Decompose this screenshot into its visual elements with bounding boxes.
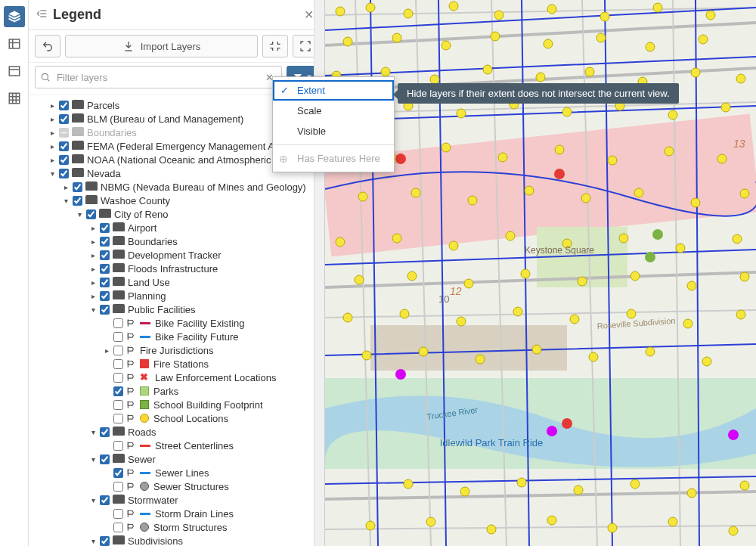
expander-closed-icon[interactable]: ▸ — [60, 183, 71, 191]
rail-grid-button[interactable] — [4, 88, 25, 109]
tree-node[interactable]: ▸Planning — [33, 289, 320, 302]
layer-checkbox[interactable] — [113, 414, 123, 423]
layer-checkbox[interactable] — [86, 209, 96, 219]
layer-checkbox[interactable] — [59, 114, 69, 124]
layer-checkbox[interactable] — [100, 264, 110, 274]
layer-checkbox[interactable] — [59, 141, 69, 151]
tree-node[interactable]: ▸Boundaries — [33, 234, 320, 248]
filter-input[interactable] — [55, 71, 258, 84]
tree-node[interactable]: Storm Structures — [33, 520, 320, 534]
expander-closed-icon[interactable]: ▸ — [88, 251, 98, 259]
undo-button[interactable] — [35, 35, 60, 57]
expander-closed-icon[interactable]: ▸ — [47, 129, 57, 137]
tree-node[interactable]: Fire Stations — [33, 357, 320, 371]
layer-checkbox[interactable] — [100, 454, 110, 464]
collapse-icon[interactable] — [36, 8, 48, 22]
tree-node[interactable]: Sewer Lines — [33, 466, 320, 479]
layer-checkbox[interactable] — [113, 400, 123, 410]
layer-checkbox[interactable] — [100, 536, 110, 546]
tree-node[interactable]: ▸Airport — [33, 221, 320, 234]
layer-checkbox[interactable] — [113, 386, 123, 396]
expander-open-icon[interactable]: ▾ — [47, 169, 57, 178]
tree-node[interactable]: ▾Subdivisions — [33, 534, 320, 546]
tree-node[interactable]: ▾Washoe County — [33, 194, 320, 207]
tree-node[interactable]: School Building Footprint — [33, 398, 320, 411]
expander-closed-icon[interactable]: ▸ — [88, 265, 98, 273]
layer-checkbox[interactable] — [100, 278, 110, 287]
tree-node[interactable]: ▾Sewer — [33, 452, 320, 466]
layer-checkbox[interactable] — [113, 318, 123, 328]
svg-point-72 — [608, 156, 617, 165]
tree-node[interactable]: ▾City of Reno — [33, 207, 320, 221]
layer-checkbox[interactable] — [100, 305, 110, 315]
layer-checkbox[interactable] — [100, 223, 110, 233]
tree-node[interactable]: ▸Land Use — [33, 275, 320, 289]
layer-checkbox[interactable] — [113, 482, 123, 492]
layer-checkbox[interactable] — [100, 237, 110, 247]
expander-open-icon[interactable]: ▾ — [74, 210, 85, 219]
expander-closed-icon[interactable]: ▸ — [88, 292, 98, 300]
expander-closed-icon[interactable]: ▸ — [47, 142, 57, 150]
layer-checkbox[interactable] — [59, 155, 69, 165]
expander-open-icon[interactable]: ▾ — [88, 455, 98, 464]
layer-checkbox[interactable] — [59, 101, 69, 110]
rail-window-button[interactable] — [4, 60, 25, 82]
tree-node[interactable]: Sewer Structures — [33, 479, 320, 493]
expander-open-icon[interactable]: ▾ — [88, 537, 98, 545]
tree-node[interactable]: Street Centerlines — [33, 439, 320, 452]
expander-closed-icon[interactable]: ▸ — [101, 346, 112, 355]
tree-node[interactable]: ▾Roads — [33, 425, 320, 439]
rail-layers-button[interactable] — [4, 6, 25, 27]
layer-checkbox[interactable] — [113, 468, 123, 478]
layer-checkbox[interactable] — [100, 250, 110, 260]
tree-node[interactable]: ▾Stormwater — [33, 493, 320, 507]
layer-checkbox[interactable] — [100, 427, 110, 437]
layer-checkbox[interactable] — [59, 128, 69, 138]
layer-checkbox[interactable] — [100, 495, 110, 505]
import-layers-button[interactable]: Import Layers — [65, 35, 258, 57]
folder-icon — [113, 535, 125, 546]
expander-closed-icon[interactable]: ▸ — [47, 101, 57, 110]
layer-checkbox[interactable] — [59, 169, 69, 178]
layer-checkbox[interactable] — [113, 359, 123, 369]
tree-node[interactable]: ▸Fire Jurisdictions — [33, 343, 320, 357]
layer-checkbox[interactable] — [73, 196, 82, 206]
expander-closed-icon[interactable]: ▸ — [47, 115, 57, 123]
layer-checkbox[interactable] — [113, 441, 123, 451]
layer-checkbox[interactable] — [113, 346, 123, 355]
expander-open-icon[interactable]: ▾ — [60, 197, 71, 205]
expander-open-icon[interactable]: ▾ — [88, 306, 98, 314]
svg-point-13 — [42, 73, 48, 79]
tree-node[interactable]: ▸Floods Infrastructure — [33, 262, 320, 275]
collapse-all-button[interactable] — [262, 35, 288, 57]
tree-node[interactable]: ✖Law Enforcement Locations — [33, 371, 320, 384]
tree-node[interactable]: ▸NBMG (Nevada Bureau of Mines and Geolog… — [33, 180, 320, 194]
filter-dropdown-menu: Extent Scale Visible Has Features Here — [272, 76, 395, 172]
tree-node[interactable]: Parks — [33, 384, 320, 398]
tree-node[interactable]: ▸Development Tracker — [33, 248, 320, 262]
svg-point-109 — [476, 355, 485, 364]
expander-open-icon[interactable]: ▾ — [88, 428, 98, 436]
dropdown-item-visible[interactable]: Visible — [273, 121, 394, 141]
layer-checkbox[interactable] — [113, 523, 123, 532]
tree-node[interactable]: ▾Public Facilities — [33, 302, 320, 316]
dropdown-item-scale[interactable]: Scale — [273, 101, 394, 121]
layer-icon — [126, 481, 137, 492]
layer-checkbox[interactable] — [100, 291, 110, 301]
layer-checkbox[interactable] — [113, 373, 123, 383]
expander-open-icon[interactable]: ▾ — [88, 496, 98, 504]
dropdown-item-extent[interactable]: Extent — [273, 80, 394, 101]
layer-checkbox[interactable] — [113, 509, 123, 519]
tree-node[interactable]: Bike Facility Existing — [33, 316, 320, 330]
layer-checkbox[interactable] — [113, 332, 123, 342]
expander-closed-icon[interactable]: ▸ — [47, 156, 57, 164]
layer-checkbox[interactable] — [73, 182, 82, 192]
expander-closed-icon[interactable]: ▸ — [88, 237, 98, 246]
dropdown-item-has-features[interactable]: Has Features Here — [273, 148, 394, 169]
rail-table-button[interactable] — [4, 33, 25, 54]
tree-node[interactable]: Bike Facility Future — [33, 330, 320, 343]
expander-closed-icon[interactable]: ▸ — [88, 278, 98, 287]
tree-node[interactable]: Storm Drain Lines — [33, 507, 320, 520]
tree-node[interactable]: School Locations — [33, 411, 320, 425]
expander-closed-icon[interactable]: ▸ — [88, 224, 98, 232]
